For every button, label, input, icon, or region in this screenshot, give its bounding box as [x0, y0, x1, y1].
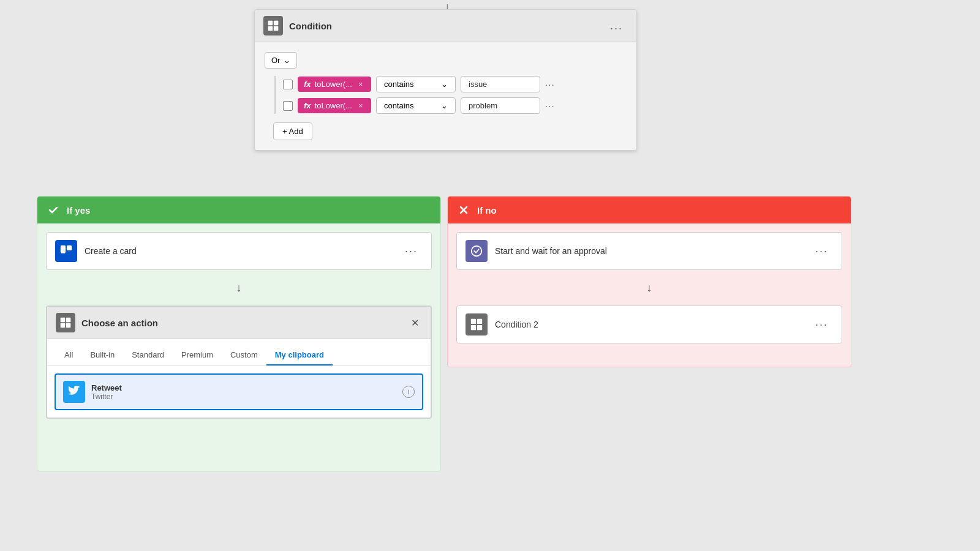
- condition-header: Condition ...: [255, 10, 636, 42]
- canvas: ↓ Condition ... Or ⌄: [0, 0, 980, 551]
- choose-action-header: Choose an action ✕: [47, 307, 431, 339]
- condition-rows: fx toLower(... × contains ⌄ issue ···: [274, 76, 627, 114]
- svg-rect-0: [268, 21, 273, 26]
- create-card-title: Create a card: [85, 246, 137, 256]
- choose-action-card: Choose an action ✕ All Built-in Standard…: [46, 305, 432, 419]
- condition-row-1: fx toLower(... × contains ⌄ issue ···: [283, 76, 627, 92]
- svg-rect-3: [274, 26, 279, 31]
- row-1-fx-label: toLower(...: [315, 80, 352, 89]
- condition-row-2: fx toLower(... × contains ⌄ problem ···: [283, 97, 627, 114]
- svg-point-12: [472, 246, 482, 257]
- if-no-label: If no: [477, 205, 497, 216]
- choose-action-icon: [56, 313, 75, 332]
- if-no-panel: If no Start and wait for an approval ···…: [447, 196, 851, 367]
- condition-title: Condition: [289, 21, 332, 31]
- fx-icon-2: fx: [304, 101, 311, 110]
- row-1-chevron-icon: ⌄: [441, 80, 448, 89]
- if-no-arrow-connector: ↓: [448, 279, 851, 297]
- if-yes-header: If yes: [37, 197, 440, 223]
- add-condition-button[interactable]: + Add: [273, 122, 312, 140]
- retweet-info-icon[interactable]: i: [402, 386, 415, 398]
- retweet-source: Twitter: [91, 392, 122, 401]
- condition-icon: [263, 16, 283, 36]
- row-2-contains-dropdown[interactable]: contains ⌄: [376, 97, 456, 114]
- approval-action-card: Start and wait for an approval ···: [456, 232, 842, 270]
- choose-action-content: Retweet Twitter i: [47, 366, 431, 418]
- condition-svg-icon: [267, 20, 279, 32]
- condition-ellipsis-button[interactable]: ...: [605, 17, 628, 35]
- condition2-title: Condition 2: [495, 320, 538, 329]
- row-2-fx-label: toLower(...: [315, 101, 352, 110]
- tab-custom[interactable]: Custom: [222, 345, 266, 365]
- retweet-action-option[interactable]: Retweet Twitter i: [55, 373, 423, 410]
- svg-rect-4: [61, 246, 66, 253]
- row-1-ellipsis-button[interactable]: ···: [545, 80, 555, 89]
- svg-rect-13: [471, 319, 476, 324]
- row-1-checkbox[interactable]: [283, 80, 293, 89]
- twitter-icon: [63, 381, 85, 403]
- create-card-left: Create a card: [55, 240, 137, 262]
- if-no-header: If no: [448, 197, 851, 223]
- row-1-fx-close[interactable]: ×: [358, 80, 363, 89]
- tab-standard[interactable]: Standard: [123, 345, 173, 365]
- row-1-value[interactable]: issue: [461, 76, 540, 92]
- tab-my-clipboard[interactable]: My clipboard: [266, 345, 333, 365]
- condition2-action-card: Condition 2 ···: [456, 305, 842, 343]
- svg-rect-15: [471, 325, 476, 330]
- row-1-contains-dropdown[interactable]: contains ⌄: [376, 76, 456, 92]
- svg-rect-8: [61, 323, 66, 328]
- if-yes-panel: If yes Create a card ··· ↓: [37, 196, 441, 471]
- retweet-name: Retweet: [91, 383, 122, 392]
- row-2-contains-label: contains: [384, 101, 413, 110]
- retweet-option-left: Retweet Twitter: [63, 381, 122, 403]
- tab-premium[interactable]: Premium: [173, 345, 222, 365]
- condition-body: Or ⌄ fx toLower(... × contains ⌄ is: [255, 42, 636, 150]
- row-2-value[interactable]: problem: [461, 97, 540, 114]
- row-1-fx-pill[interactable]: fx toLower(... ×: [298, 77, 371, 92]
- row-2-chevron-icon: ⌄: [441, 101, 448, 110]
- condition-header-left: Condition: [263, 16, 332, 36]
- svg-rect-5: [67, 246, 72, 250]
- x-mark-icon: [456, 203, 471, 217]
- create-card-action: Create a card ···: [46, 232, 432, 270]
- condition2-ellipsis-button[interactable]: ···: [810, 316, 833, 334]
- trello-icon: [55, 240, 77, 262]
- svg-rect-9: [66, 323, 71, 328]
- tab-all[interactable]: All: [56, 345, 81, 365]
- chevron-down-icon: ⌄: [284, 56, 290, 65]
- row-2-fx-pill[interactable]: fx toLower(... ×: [298, 98, 371, 113]
- or-label: Or: [271, 56, 280, 65]
- tab-builtin[interactable]: Built-in: [81, 345, 123, 365]
- svg-rect-16: [477, 325, 482, 330]
- choose-action-title: Choose an action: [81, 318, 158, 328]
- condition2-icon: [466, 313, 488, 335]
- condition-card: Condition ... Or ⌄ fx toLower(... ×: [254, 9, 637, 151]
- or-dropdown[interactable]: Or ⌄: [265, 52, 297, 69]
- svg-rect-1: [274, 21, 279, 26]
- svg-rect-7: [66, 318, 71, 323]
- row-2-ellipsis-button[interactable]: ···: [545, 101, 555, 111]
- approval-icon: [466, 240, 488, 262]
- svg-rect-14: [477, 319, 482, 324]
- row-1-contains-label: contains: [384, 80, 413, 89]
- svg-rect-6: [61, 318, 66, 323]
- retweet-option-text: Retweet Twitter: [91, 383, 122, 401]
- svg-rect-2: [268, 26, 273, 31]
- if-yes-label: If yes: [67, 205, 90, 216]
- row-2-fx-close[interactable]: ×: [358, 101, 363, 110]
- row-2-checkbox[interactable]: [283, 101, 293, 111]
- create-card-ellipsis-button[interactable]: ···: [400, 242, 423, 260]
- choose-action-tabs: All Built-in Standard Premium Custom My …: [47, 339, 431, 366]
- condition2-action-left: Condition 2: [466, 313, 538, 335]
- approval-title: Start and wait for an approval: [495, 246, 607, 256]
- fx-icon-1: fx: [304, 80, 311, 89]
- panel-arrow-connector: ↓: [37, 279, 440, 297]
- approval-ellipsis-button[interactable]: ···: [810, 242, 833, 260]
- approval-action-left: Start and wait for an approval: [466, 240, 607, 262]
- choose-action-close-button[interactable]: ✕: [407, 315, 422, 330]
- check-icon: [46, 203, 61, 217]
- choose-action-header-left: Choose an action: [56, 313, 158, 332]
